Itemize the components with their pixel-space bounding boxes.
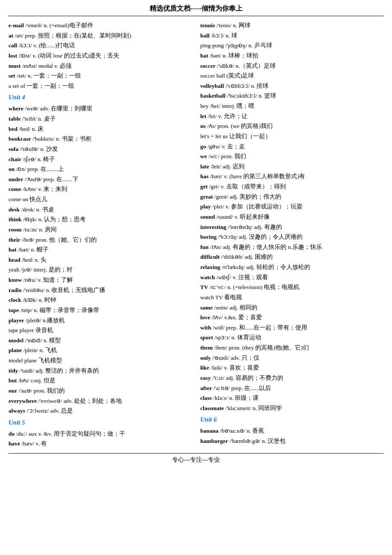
list-item: only /'əunli/ adv. 只；仅 (200, 353, 383, 363)
word-definition: /lʌv/ v.&n. 爱；喜爱 (210, 314, 262, 321)
word-definition: /'ʌndə/ prep. 在.......下 (23, 176, 79, 182)
word-bold: basketball (200, 92, 225, 99)
list-item: Unit 5 (9, 416, 192, 429)
word-definition: /greit/ adj. 美妙的；伟大的 (213, 194, 281, 200)
word-bold: set (9, 72, 15, 79)
list-item: at /æt/ prep. 按照；根据；在(某处、某时间时刻) (9, 31, 192, 41)
word-definition: /plein/ n. 飞机 (22, 347, 58, 353)
list-item: fun /fʌn/ adj. 有趣的；使人快乐的 n.乐趣；快乐 (200, 242, 383, 252)
word-bold: do (9, 431, 14, 437)
word-definition: /hæv/ v. 有 (20, 440, 47, 447)
list-item: hat /hæt/ n. 帽子 (9, 245, 192, 255)
word-bold: great (200, 194, 213, 200)
word-definition: /tiː'viː/ n. (=television) 电视；电视机 (208, 284, 300, 290)
list-item: yeah /jeə/ interj. 是的；对 (9, 265, 192, 275)
word-definition: /let/ v. 允许；让 (206, 113, 247, 119)
list-item: we /wiː/ pron. 我们 (200, 151, 383, 162)
left-column: e-mail /'emeil/ n. (=email)电子邮件at /æt/ p… (9, 20, 192, 449)
word-bold: our (9, 387, 17, 394)
word-definition: /bed/ n. 床 (17, 126, 43, 132)
list-item: love /lʌv/ v.&n. 爱；喜爱 (200, 312, 383, 323)
list-item: model /'mɒdl/ n. 模型 (9, 335, 192, 346)
list-item: always /'ɔːlweiz/ adv. 总是 (9, 406, 192, 416)
list-item: must /mʌst/ modal v. 必须 (9, 61, 192, 71)
word-definition: /'bɔːrɪŋ/ adj. 没趣的；令人厌倦的 (216, 234, 303, 240)
word-bold: soccer (200, 63, 216, 69)
word-bold: sofa (9, 146, 18, 152)
word-definition: /gəu/ v. 去；走 (206, 143, 245, 150)
list-item: sound /saund/ v. 听起来好像 (200, 212, 383, 222)
list-item: like /laik/ v. 喜欢；喜爱 (200, 363, 383, 373)
word-definition: /'tenis/ n. 网球 (215, 22, 251, 29)
word-definition: /'baːskitbɔːl/ n. 篮球 (225, 92, 276, 99)
word-definition: /mʌst/ modal v. 必须 (21, 63, 72, 69)
list-item: tape /teip/ n. 磁带；录音带；录像带 (9, 305, 192, 315)
word-definition: /wiː/ pron. 我们 (207, 153, 246, 159)
list-item: room /ruːm/ n. 房间 (9, 225, 192, 235)
page-header: 精选优质文档-----倾情为你奉上 (9, 4, 383, 16)
word-definition: /θɪŋk/ n. 认为；想；思考 (22, 216, 86, 223)
list-item: their /ðeə/ pron. 他（她、它）们的 (9, 235, 192, 245)
word-definition: /laik/ v. 喜欢；喜爱 (209, 364, 259, 371)
word-bold: us (200, 123, 206, 129)
word-bold: under (9, 176, 23, 182)
list-item: table /'teibl/ n. 桌子 (9, 114, 192, 124)
list-item: soccer ball (英式)足球 (200, 71, 383, 81)
word-definition: /wið/ prep. 和......在一起；带有；使用 (211, 324, 308, 331)
list-item: soccer /'sɒkə/ n.（英式）足球 (200, 61, 383, 71)
word-definition: /seim/ adj. 相同的 (213, 304, 257, 311)
word-bold: has (200, 173, 209, 179)
list-item: let /let/ v. 允许；让 (200, 111, 383, 121)
word-definition: /ɒn/ prep. 在........上 (14, 166, 64, 172)
list-item: volleyball /'vɒlibɔːl/ n. 排球 (200, 81, 383, 91)
word-bold: call (9, 42, 17, 49)
word-definition: /bæt/ n. 球棒；球拍 (208, 52, 258, 59)
list-item: ball /bɔːl/ n. 球 (200, 31, 383, 41)
list-item: watch TV 看电视 (200, 292, 383, 303)
word-bold: room (9, 226, 22, 233)
word-definition: /ðeə/ pron. 他（她、它）们的 (20, 237, 97, 243)
word-definition: /'iːzi/ adj. 容易的；不费力的 (211, 375, 283, 381)
list-item: TV /tiː'viː/ n. (=television) 电视；电视机 (200, 282, 383, 292)
list-item: under /'ʌndə/ prep. 在.......下 (9, 174, 192, 185)
list-item: tidy /'taidi/ adj. 整洁的；井井有条的 (9, 366, 192, 376)
word-definition: /'bukkeis/ n. 书架；书柜 (31, 136, 92, 142)
list-item: plane /plein/ n. 飞机 (9, 345, 192, 356)
word-bold: late (200, 163, 209, 170)
word-bold: on (9, 166, 14, 172)
list-item: sofa /'səufə/ n. 沙发 (9, 144, 192, 154)
word-bold: hamburger (200, 438, 228, 444)
list-item: has /hæz/ v. (have 的第三人称单数形式)有 (200, 171, 383, 182)
list-item: lost /lɒst/ v. (动词 lose 的过去式)遗失；丢失 (9, 51, 192, 61)
word-bold: bat (200, 52, 208, 59)
list-item: player /pleiə/ n.播放机 (9, 315, 192, 326)
list-item: clock /klɒk/ n. 时钟 (9, 295, 192, 305)
list-item: relaxing /ri'læksɪŋ/ adj. 轻松的；令人放松的 (200, 262, 383, 272)
list-item: Unit 6 (200, 413, 383, 426)
list-item: a set of 一套；一副；一组 (9, 81, 192, 91)
list-item: with /wið/ prep. 和......在一起；带有；使用 (200, 323, 383, 333)
word-bold: everywhere (9, 398, 37, 404)
list-item: after /'aːftə/ prep. 在......以后 (200, 383, 383, 393)
word-bold: where (9, 105, 23, 112)
list-item: ping-pong /'pɪŋpɒŋ/ n. 乒乓球 (200, 40, 383, 51)
word-bold: chair (9, 156, 21, 162)
word-definition: /lɒst/ v. (动词 lose 的过去式)遗失；丢失 (17, 52, 119, 59)
word-definition: /'səufə/ n. 沙发 (18, 146, 58, 152)
word-bold: easy (200, 375, 211, 381)
word-bold: tennis (200, 22, 215, 29)
word-bold: love (200, 314, 210, 321)
word-bold: interesting (200, 224, 226, 230)
word-definition: /weə/ adv. 在哪里；到哪里 (23, 105, 92, 112)
word-bold: head (9, 257, 20, 263)
word-bold: their (9, 237, 20, 243)
list-item: bookcase /'bukkeis/ n. 书架；书柜 (9, 134, 192, 144)
word-definition: /desk/ n. 书桌 (20, 206, 54, 213)
list-item: them /ðem/ pron. (they 的宾格)他(她、它)们 (200, 343, 383, 353)
word-bold: let (200, 113, 206, 119)
word-bold: classmate (200, 405, 224, 411)
list-item: same /seim/ adj. 相同的 (200, 303, 383, 313)
list-item: do /duː/ aux v. &v. 用于否定句疑问句；做；干 (9, 429, 192, 439)
list-item: tape player 录音机 (9, 325, 192, 335)
word-bold: only (200, 355, 211, 361)
